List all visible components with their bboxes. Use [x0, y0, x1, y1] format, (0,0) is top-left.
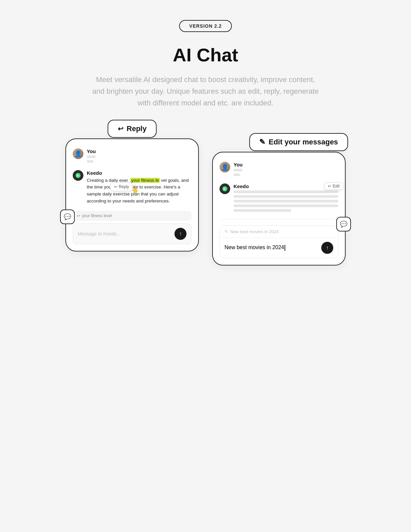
edit-badge-icon: ✎ [259, 138, 265, 146]
right-keedo-block: S Keedo ↩ Edit 👆 [220, 183, 338, 214]
k-line-1 [234, 190, 338, 193]
mockups-row: ↩ Reply 👤 You S [39, 129, 372, 265]
k-line-5 [234, 209, 291, 212]
right-user-content: You [234, 162, 243, 178]
left-mockup-wrapper: ↩ Reply 👤 You S [65, 129, 199, 252]
left-chat-bubble-btn[interactable]: 💬 [60, 209, 75, 224]
reply-context-icon: ↩ [77, 213, 80, 218]
left-phone-frame: 👤 You S Keedo [65, 138, 199, 252]
edit-tooltip-wrapper: ↩ Edit 👆 [332, 182, 340, 189]
edit-context-text: New best movies in 2024 [230, 229, 279, 234]
left-send-btn[interactable]: ↑ [174, 228, 186, 240]
reply-context-bar: ↩ your fitness level [73, 211, 191, 221]
left-keedo-avatar: S [73, 170, 83, 181]
left-user-content: You [87, 148, 96, 165]
reply-badge: ↩ Reply [108, 120, 157, 138]
line-1 [87, 155, 96, 158]
right-keedo-avatar: S [220, 183, 230, 194]
separator [220, 219, 338, 219]
reply-arrow-icon: ↩ [114, 184, 117, 190]
left-input-placeholder[interactable]: Message to Keedo... [78, 231, 120, 236]
page-description: Meet versatile AI designed chat to boost… [92, 74, 319, 109]
reply-badge-icon: ↩ [118, 125, 123, 133]
reply-tooltip[interactable]: ↩ Reply 👆 [110, 182, 133, 191]
k-line-3 [234, 200, 338, 202]
edit-context-row: ✎ New best movies in 2024 [220, 226, 338, 238]
svg-text:S: S [224, 187, 226, 190]
edit-tooltip-label: Edit [333, 184, 340, 188]
reply-badge-label: Reply [127, 124, 147, 133]
edit-text-value[interactable]: New best movies in 2024 [225, 244, 285, 251]
right-send-btn[interactable]: ↑ [321, 242, 333, 254]
left-keedo-content: Keedo Creating a daily exer ↩ Reply 👆 yo… [87, 170, 191, 205]
line-2 [87, 160, 93, 163]
edit-value-text: New best movies in 2024 [225, 244, 284, 250]
r-line-2 [234, 173, 240, 176]
edit-context-icon: ✎ [225, 229, 228, 234]
edit-text-row[interactable]: New best movies in 2024 ↑ [220, 238, 338, 258]
svg-text:S: S [77, 174, 79, 177]
right-user-avatar: 👤 [220, 162, 230, 172]
reply-context-text: your fitness level [82, 213, 112, 218]
right-user-block: 👤 You [220, 162, 338, 178]
version-badge: VERSION 2.2 [179, 20, 232, 32]
cursor-hand-icon: 👆 [131, 185, 138, 195]
right-keedo-content: Keedo ↩ Edit 👆 [234, 183, 338, 214]
edit-badge: ✎ Edit your messages [249, 133, 348, 151]
left-user-name: You [87, 148, 96, 154]
left-user-lines [87, 155, 96, 163]
r-line-1 [234, 169, 243, 171]
cursor-blink [285, 245, 285, 251]
left-send-icon: ↑ [179, 231, 182, 237]
left-keedo-block: S Keedo Creating a daily exer ↩ Reply 👆 [73, 170, 191, 205]
right-user-name: You [234, 162, 243, 167]
msg-part1: Creating a daily exer [87, 178, 129, 183]
left-message-input-row[interactable]: Message to Keedo... ↑ [73, 223, 191, 244]
right-edit-input-area[interactable]: ✎ New best movies in 2024 New best movie… [220, 225, 338, 258]
edit-tooltip[interactable]: ↩ Edit [324, 182, 343, 190]
page-title: AI Chat [173, 44, 238, 66]
reply-tooltip-label: Reply [119, 184, 129, 190]
left-user-block: 👤 You [73, 148, 191, 165]
right-keedo-lines [234, 190, 338, 212]
k-line-4 [234, 204, 338, 207]
left-user-avatar: 👤 [73, 148, 83, 159]
right-mockup-wrapper: ✎ Edit your messages 👤 You [212, 142, 346, 265]
highlighted-text: your fitness le [130, 178, 159, 183]
left-input-area: ↩ your fitness level Message to Keedo...… [73, 211, 191, 244]
right-chat-bubble-btn[interactable]: 💬 [336, 217, 351, 231]
right-send-icon: ↑ [326, 245, 329, 251]
left-keedo-name: Keedo [87, 170, 191, 176]
right-phone-frame: 👤 You S Keedo [212, 152, 346, 265]
right-user-lines [234, 169, 243, 176]
right-keedo-name: Keedo [234, 183, 338, 189]
k-line-2 [234, 195, 338, 198]
edit-badge-label: Edit your messages [269, 138, 338, 146]
edit-arrow-icon: ↩ [328, 184, 331, 188]
left-keedo-message: Creating a daily exer ↩ Reply 👆 your fit… [87, 177, 191, 205]
